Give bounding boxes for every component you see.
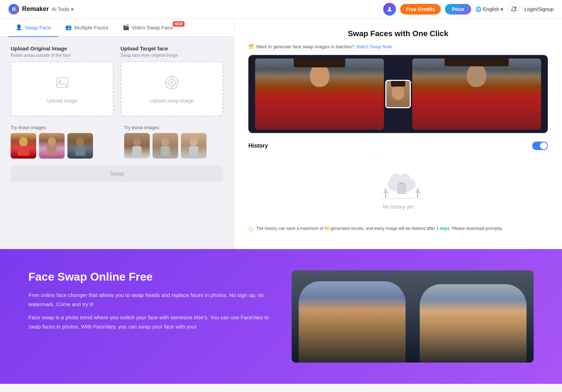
upload-target-text: Upload swap image [150,98,194,104]
swap-button-wrap: Swap [0,159,234,189]
info-icon: ⓘ [248,226,253,233]
svg-point-13 [48,137,56,146]
upload-section: Upload Original Image Retain areas outsi… [0,37,234,125]
svg-marker-30 [415,187,420,193]
svg-point-5 [168,79,175,86]
demo-arrow-area: ➜ [385,80,411,108]
svg-point-25 [400,173,410,183]
upload-original-icon [54,74,71,94]
demo-image: ➜ [248,55,548,133]
svg-rect-2 [56,78,68,88]
right-panel: Swap Faces with One Click 🗂️ Want to gen… [234,18,562,249]
promo-para1: Free online face changer that allows you… [28,291,270,309]
tab-multiple-faces[interactable]: 👥 Multiple Faces [58,18,116,37]
price-button[interactable]: Price [445,4,471,15]
promo-right-image [292,270,534,363]
try-target-images [124,133,224,159]
promo-section: Face Swap Online Free Free online face c… [0,249,562,384]
upload-original-col: Upload Original Image Retain areas outsi… [11,45,114,116]
history-note-middle: generated results, and every image will … [329,226,436,231]
tab-swap-face-label: Swap Face [24,24,51,31]
header: R Remaker AI Tools ▾ Free Credits Price … [0,0,562,18]
no-history-text: No history yet [383,204,413,210]
batch-link[interactable]: Batch Swap Now [357,44,392,49]
logo-icon: R [9,4,19,15]
main-section: 👤 Swap Face 👥 Multiple Faces 🎬 Video Swa… [0,18,562,249]
svg-rect-20 [161,146,170,156]
history-section: History [248,142,548,233]
svg-point-1 [514,6,517,9]
upload-original-label: Upload Original Image [11,45,114,51]
upload-original-box[interactable]: Upload image [11,61,114,116]
svg-point-6 [171,82,173,84]
promo-para2: Face swap is a photo trend where you swi… [28,313,270,331]
upload-original-text: Upload image [47,98,77,104]
history-empty: No history yet [248,156,548,226]
svg-rect-14 [47,146,57,156]
demo-overlay-face [385,80,411,108]
try-original-images [11,133,110,159]
batch-text: Want to generate face swap images in bat… [256,44,354,49]
person-icon: 👤 [16,24,22,31]
upload-target-label: Upload Target face [121,45,224,51]
try-target-thumb-3[interactable] [181,133,206,159]
try-original-thumb-2[interactable] [39,133,65,159]
layers-icon: 🗂️ [248,44,254,49]
new-badge: NEW [173,21,184,27]
history-note-text: The history can save a maximum of 80 gen… [256,226,503,231]
try-original-col: Try those images [11,125,110,159]
svg-point-3 [59,80,61,82]
left-panel: 👤 Swap Face 👥 Multiple Faces 🎬 Video Swa… [0,18,234,249]
svg-point-19 [161,137,169,147]
language-label: English [483,6,499,12]
header-right: Free Credits Price 🌐 English ▾ Login/Sig… [383,3,553,16]
user-avatar-button[interactable] [383,3,396,16]
history-toggle[interactable] [532,142,548,150]
history-note-days: 1 days [436,226,450,231]
svg-rect-12 [18,146,29,156]
try-target-thumb-1[interactable] [124,133,150,159]
tab-swap-face[interactable]: 👤 Swap Face [9,18,58,37]
try-original-thumb-1[interactable] [11,133,36,159]
chevron-down-icon: ▾ [71,6,73,12]
upload-target-box[interactable]: Upload swap image [121,61,224,116]
login-signup-button[interactable]: Login/Signup [524,6,553,12]
svg-point-0 [389,7,391,9]
free-credits-button[interactable]: Free Credits [400,4,441,15]
history-note-count: 80 [325,226,329,231]
svg-rect-18 [132,146,142,156]
multiple-persons-icon: 👥 [65,24,72,31]
svg-point-17 [133,137,141,147]
toggle-knob [540,142,547,149]
upload-target-sublabel: Swap face from original image [121,53,224,58]
ai-tools-dropdown[interactable]: AI Tools ▾ [52,6,73,12]
svg-point-11 [19,137,28,147]
svg-point-21 [190,137,198,147]
upload-target-col: Upload Target face Swap face from origin… [121,45,224,116]
try-original-thumb-3[interactable] [67,133,93,159]
demo-person-1 [255,59,384,129]
tab-video-swap-face[interactable]: 🎬 Video Swap Face NEW [116,18,184,37]
promo-left: Face Swap Online Free Free online face c… [28,270,270,335]
try-target-thumb-2[interactable] [153,133,178,159]
svg-rect-26 [397,184,406,194]
demo-inner: ➜ [248,55,548,133]
try-target-label: Try those images [124,125,224,130]
logo-text: Remaker [22,5,49,13]
history-note-before: The history can save a maximum of [256,226,325,231]
language-selector[interactable]: 🌐 English ▾ [475,6,503,12]
demo-person-2 [412,59,541,129]
globe-icon: 🌐 [475,6,481,12]
notification-button[interactable] [507,3,520,16]
history-note: ⓘ The history can save a maximum of 80 g… [248,226,548,233]
svg-point-15 [76,137,84,146]
svg-marker-28 [383,187,388,193]
header-left: R Remaker AI Tools ▾ [9,4,73,15]
tab-multiple-faces-label: Multiple Faces [74,24,109,31]
svg-rect-22 [189,146,198,156]
swap-button[interactable]: Swap [11,166,223,182]
batch-info: 🗂️ Want to generate face swap images in … [248,44,548,49]
tab-nav: 👤 Swap Face 👥 Multiple Faces 🎬 Video Swa… [0,18,234,37]
promo-title: Face Swap Online Free [28,270,270,283]
chevron-down-icon: ▾ [501,6,503,12]
